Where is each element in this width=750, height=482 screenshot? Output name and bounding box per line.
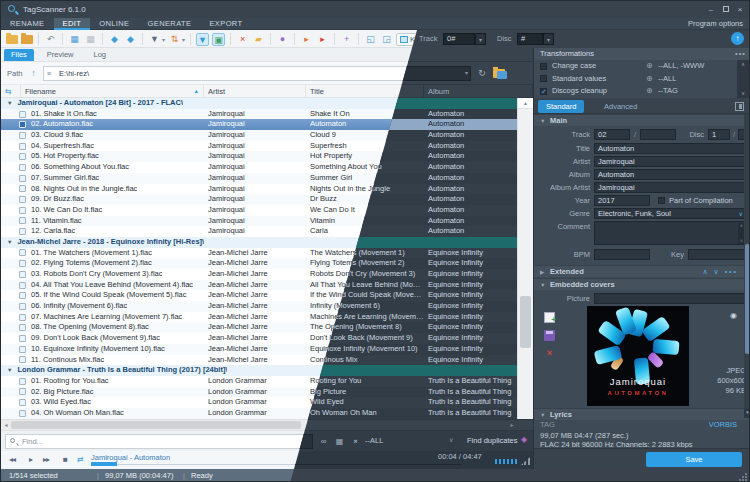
- save-tags-icon[interactable]: ▼: [148, 33, 161, 46]
- image-search-icon[interactable]: ▦: [333, 435, 346, 448]
- close-button[interactable]: ×: [734, 4, 746, 15]
- save-picture-icon[interactable]: [544, 330, 555, 341]
- scroll-up-icon[interactable]: ▲: [518, 98, 533, 109]
- menu-item-generate[interactable]: GENERATE: [139, 18, 201, 30]
- checkbox[interactable]: ✓: [540, 88, 547, 95]
- column-header-artist[interactable]: Artist: [204, 85, 306, 97]
- tab-standard[interactable]: Standard: [538, 100, 584, 113]
- chevron-down-icon[interactable]: ∨: [739, 209, 743, 219]
- track-input[interactable]: 02: [594, 129, 630, 140]
- save-button[interactable]: Save: [646, 452, 742, 467]
- collapse-icon[interactable]: ▼: [7, 98, 12, 109]
- transformations-scrollbar[interactable]: ∧ ∨: [737, 60, 749, 98]
- add-folder-icon[interactable]: [21, 35, 33, 44]
- select-all-icon[interactable]: ▦: [68, 33, 81, 46]
- menu-item-edit[interactable]: EDIT: [54, 18, 91, 30]
- open-folder-icon[interactable]: [6, 35, 18, 44]
- search-scope-dropdown[interactable]: --ALL: [365, 436, 383, 445]
- preview-pane-icon[interactable]: ▣: [212, 33, 225, 46]
- disc-input[interactable]: 1: [708, 129, 730, 140]
- genre-select[interactable]: Electronic, Funk, Soul ∨: [594, 208, 747, 219]
- next-file-icon[interactable]: ◆: [124, 33, 137, 46]
- binoculars-icon[interactable]: ∞: [317, 435, 330, 448]
- playlist-icon[interactable]: ▸: [316, 33, 329, 46]
- scrollbar-thumb[interactable]: [745, 244, 750, 354]
- disc-number-input[interactable]: #: [517, 33, 543, 45]
- checkbox[interactable]: [540, 63, 547, 70]
- refresh-icon[interactable]: ↻: [475, 66, 489, 81]
- player-next-icon[interactable]: ▸▸: [43, 455, 49, 464]
- menu-item-export[interactable]: EXPORT: [200, 18, 251, 30]
- window-layout-icon[interactable]: ◱: [364, 33, 377, 46]
- scripts-icon[interactable]: +: [340, 33, 353, 46]
- chevron-down-icon[interactable]: ▾: [162, 36, 165, 43]
- picture-name-input[interactable]: [594, 293, 747, 304]
- player-prev-icon[interactable]: ◂◂: [9, 455, 15, 464]
- chevron-down-icon[interactable]: ▾: [475, 33, 486, 45]
- swap-columns-icon[interactable]: ⇆: [1, 85, 21, 97]
- album-art[interactable]: Jamiroquai AUTOMATON: [587, 306, 689, 406]
- tab-files[interactable]: Files: [4, 49, 34, 61]
- transformation-item[interactable]: Standard values⊕--ALL: [534, 73, 750, 86]
- compilation-checkbox[interactable]: [658, 197, 665, 204]
- scroll-left-icon[interactable]: ◂: [1, 420, 11, 430]
- transformation-item[interactable]: Change case⊕--ALL, -WWW: [534, 60, 750, 73]
- browse-folders-icon[interactable]: [493, 69, 505, 78]
- track-number-input[interactable]: 0#: [443, 33, 475, 45]
- column-header-filename[interactable]: Filename▲: [21, 85, 204, 97]
- section-main[interactable]: ▼ Main: [534, 114, 750, 126]
- collapse-icon[interactable]: ▼: [7, 365, 12, 376]
- resize-grip[interactable]: [739, 472, 748, 481]
- scroll-down-icon[interactable]: ▼: [744, 408, 750, 418]
- window-layout-2-icon[interactable]: ◲: [380, 33, 393, 46]
- year-input[interactable]: 2017: [594, 195, 650, 206]
- album-artist-input[interactable]: Jamiroquai: [594, 182, 747, 193]
- delete-picture-icon[interactable]: ×: [544, 348, 555, 359]
- play-file-icon[interactable]: ▸: [300, 33, 313, 46]
- field-reorder-icons[interactable]: ∧ ∨ •••: [703, 266, 739, 278]
- tab-preview[interactable]: Preview: [40, 49, 81, 61]
- remove-tag-icon[interactable]: ×: [236, 33, 249, 46]
- sort-icon[interactable]: ⇅: [168, 33, 181, 46]
- menu-item-rename[interactable]: RENAME: [1, 18, 54, 30]
- more-options-icon[interactable]: •••: [735, 48, 746, 60]
- section-extended[interactable]: ▶ Extended ∧ ∨ •••: [534, 265, 750, 277]
- album-input[interactable]: Automaton: [594, 169, 747, 180]
- scrollbar-thumb[interactable]: [11, 421, 301, 429]
- title-input[interactable]: Automaton: [594, 143, 747, 154]
- scroll-down-icon[interactable]: ∨: [737, 89, 749, 98]
- find-input[interactable]: Find...: [5, 434, 305, 449]
- chevron-down-icon[interactable]: ∨: [449, 436, 453, 443]
- player-stop-icon[interactable]: ■: [63, 455, 67, 464]
- collapse-icon[interactable]: ▼: [540, 115, 545, 127]
- comment-textarea[interactable]: ∧∨: [594, 221, 747, 245]
- undo-icon[interactable]: ↶: [44, 33, 57, 46]
- menu-item-online[interactable]: ONLINE: [90, 18, 138, 30]
- key-icon[interactable]: +: [346, 432, 364, 450]
- find-duplicates-button[interactable]: Find duplicates: [467, 436, 517, 445]
- section-lyrics[interactable]: ▼ Lyrics: [534, 408, 750, 420]
- path-up-button[interactable]: ↑: [27, 66, 40, 80]
- expand-icon[interactable]: ▶: [540, 266, 544, 278]
- scroll-up-icon[interactable]: ∧: [737, 60, 749, 69]
- prev-file-icon[interactable]: ◆: [108, 33, 121, 46]
- maximize-button[interactable]: [720, 4, 732, 15]
- tab-advanced[interactable]: Advanced: [596, 100, 645, 113]
- chevron-down-icon[interactable]: ▾: [182, 36, 185, 43]
- chevron-down-icon[interactable]: ▾: [543, 33, 554, 45]
- minimize-button[interactable]: –: [705, 4, 717, 15]
- artist-info-icon[interactable]: ●: [276, 33, 289, 46]
- scroll-right-icon[interactable]: ▸: [507, 420, 517, 430]
- chevron-down-icon[interactable]: ▾: [465, 67, 468, 80]
- panel-toggle-icon[interactable]: [735, 102, 744, 111]
- add-picture-icon[interactable]: [544, 312, 555, 323]
- repeat-icon[interactable]: ⇄: [77, 455, 84, 464]
- section-embedded-covers[interactable]: ▼ Embedded covers: [534, 278, 750, 290]
- player-play-icon[interactable]: ▸: [29, 455, 32, 464]
- checkbox[interactable]: [540, 75, 547, 82]
- collapse-icon[interactable]: ▼: [7, 237, 12, 248]
- column-header-album[interactable]: Album: [424, 85, 533, 97]
- editor-scrollbar[interactable]: [744, 114, 750, 408]
- volume-slider[interactable]: [495, 459, 517, 464]
- find-duplicates-icon[interactable]: ◈: [521, 435, 527, 444]
